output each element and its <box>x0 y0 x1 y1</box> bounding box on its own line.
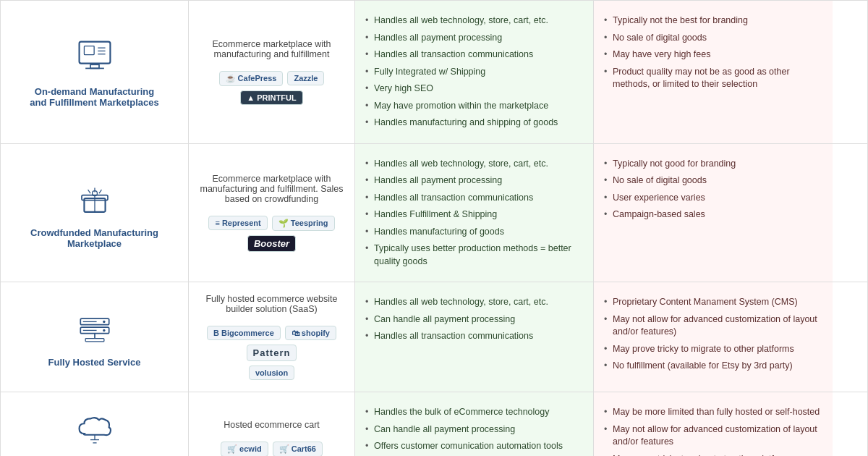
pro-item: Handles manufacturing of goods <box>365 224 583 241</box>
pro-item: Handles all transaction communications <box>365 328 583 345</box>
type-cell-cloud-cart: Cloud-based Cart <box>1 392 189 456</box>
pros-list-cloud-cart: Handles the bulk of eCommerce technology… <box>365 404 583 456</box>
con-item: May be more limited than fully hosted or… <box>604 404 822 421</box>
type-name-fully-hosted: Fully Hosted Service <box>48 357 141 368</box>
cloud-icon <box>73 408 116 451</box>
pro-item: Handles all transaction communications <box>365 46 583 64</box>
con-item: Product quality may not be as good as ot… <box>604 64 822 93</box>
logo-printful: ▲ PRINTFUL <box>240 90 302 105</box>
con-item: May not allow for advanced customization… <box>604 421 822 451</box>
pro-item: Handles the bulk of eCommerce technology <box>365 404 583 421</box>
logo-bigcommerce: B Bigcommerce <box>207 326 281 340</box>
pro-item: Handles all web technology, store, cart,… <box>365 156 583 173</box>
con-item: User experience varies <box>604 190 822 207</box>
logos-crowdfunded-2: Booster <box>247 235 296 252</box>
con-item: May have very high fees <box>604 46 822 64</box>
svg-line-11 <box>88 190 90 193</box>
type-name-on-demand: On-demand Manufacturingand Fulfillment M… <box>30 86 158 108</box>
pro-item: Handles all payment processing <box>365 172 583 190</box>
cons-list-fully-hosted: Proprietary Content Manament System (CMS… <box>604 294 822 375</box>
con-item: No sale of digital goods <box>604 30 822 47</box>
pros-list-crowdfunded: Handles all web technology, store, cart,… <box>365 156 583 271</box>
pros-cell-on-demand: Handles all web technology, store, cart,… <box>355 1 594 143</box>
svg-point-16 <box>103 321 105 323</box>
pro-item: Typically uses better production methods… <box>365 240 583 270</box>
logo-represent: ≡ Represent <box>208 216 267 230</box>
cons-cell-crowdfunded: Typically not good for branding No sale … <box>594 144 833 282</box>
description-cell-cloud-cart: Hosted ecommerce cart 🛒 ecwid 🛒 Cart66 <box>189 392 355 456</box>
description-cell-on-demand: Ecommerce marketplace withmanufacturing … <box>189 1 355 143</box>
pro-item: Offers customer comunication automation … <box>365 438 583 455</box>
table-row: On-demand Manufacturingand Fulfillment M… <box>1 1 867 144</box>
logo-teespring: 🌱 Teespring <box>272 216 335 231</box>
pros-cell-fully-hosted: Handles all web technology, store, cart,… <box>355 282 594 392</box>
pros-list-on-demand: Handles all web technology, store, cart,… <box>365 12 583 132</box>
desc-crowdfunded: Ecommerce marketplace withmanufacturing … <box>200 174 343 204</box>
pro-item: Handles all web technology, store, cart,… <box>365 294 583 311</box>
logos-fully-hosted: B Bigcommerce 🛍 shopify Pattern <box>199 326 344 361</box>
desc-fully-hosted: Fully hosted ecommerce websitebuilder so… <box>205 294 337 314</box>
logo-volusion: volusion <box>249 366 294 380</box>
table-row: Crowdfunded ManufacturingMarketplace Eco… <box>1 144 867 283</box>
table-row: Fully Hosted Service Fully hosted ecomme… <box>1 282 867 392</box>
desc-cloud-cart: Hosted ecommerce cart <box>224 420 320 430</box>
logos-on-demand: ☕ CafePress Zazzle <box>219 71 325 86</box>
pro-item: Can handle all payment processing <box>365 421 583 439</box>
cons-cell-fully-hosted: Proprietary Content Manament System (CMS… <box>594 282 833 392</box>
logos-on-demand-2: ▲ PRINTFUL <box>240 90 302 105</box>
con-item: Proprietary Content Manament System (CMS… <box>604 294 822 311</box>
con-item: Campaign-based sales <box>604 206 822 224</box>
con-item: May not allow for advanced customization… <box>604 311 822 341</box>
logo-zazzle: Zazzle <box>287 71 324 85</box>
table-row: Cloud-based Cart Hosted ecommerce cart 🛒… <box>1 392 867 456</box>
logos-crowdfunded: ≡ Represent 🌱 Teespring <box>208 216 334 231</box>
pro-item: Very high SEO <box>365 80 583 98</box>
description-cell-crowdfunded: Ecommerce marketplace withmanufacturing … <box>189 144 355 282</box>
description-cell-fully-hosted: Fully hosted ecommerce websitebuilder so… <box>189 282 355 392</box>
comparison-table: On-demand Manufacturingand Fulfillment M… <box>0 0 868 456</box>
pro-item: Handles manufacturing and shipping of go… <box>365 114 583 132</box>
svg-line-12 <box>99 190 101 193</box>
pro-item: Handles all payment processing <box>365 30 583 47</box>
desc-on-demand: Ecommerce marketplace withmanufacturing … <box>213 39 331 59</box>
logo-booster: Booster <box>247 235 296 252</box>
con-item: Typically not the best for branding <box>604 12 822 30</box>
cons-cell-on-demand: Typically not the best for branding No s… <box>594 1 833 143</box>
cons-list-crowdfunded: Typically not good for branding No sale … <box>604 156 822 224</box>
pro-item: Handles all web technology, store, cart,… <box>365 12 583 30</box>
pro-item: Handles all transaction communications <box>365 190 583 207</box>
crowd-icon <box>73 177 116 220</box>
hosted-icon <box>73 306 116 350</box>
monitor-icon <box>73 35 116 79</box>
pro-item: Can handle all payment processing <box>365 311 583 329</box>
pros-list-fully-hosted: Handles all web technology, store, cart,… <box>365 294 583 345</box>
logo-cart66: 🛒 Cart66 <box>273 442 323 457</box>
cons-list-on-demand: Typically not the best for branding No s… <box>604 12 822 93</box>
con-item: May prove tricky to migrate to other pla… <box>604 341 822 358</box>
logo-cafepress: ☕ CafePress <box>219 71 284 86</box>
logo-pattern: Pattern <box>247 345 297 361</box>
con-item: May prove tricky to migrate to other pla… <box>604 451 822 457</box>
con-item: No fulfillment (available for Etsy by 3r… <box>604 358 822 375</box>
pro-item: Fully Integrated w/ Shipping <box>365 64 583 81</box>
con-item: Typically not good for branding <box>604 156 822 173</box>
type-name-crowdfunded: Crowdfunded ManufacturingMarketplace <box>30 227 158 249</box>
cons-cell-cloud-cart: May be more limited than fully hosted or… <box>594 392 833 456</box>
con-item: No sale of digital goods <box>604 172 822 190</box>
svg-rect-21 <box>85 339 104 342</box>
logos-cloud-cart: 🛒 ecwid 🛒 Cart66 <box>221 442 323 457</box>
pro-item: Handles Fulfillment & Shipping <box>365 206 583 224</box>
svg-rect-3 <box>84 46 94 55</box>
type-cell-on-demand: On-demand Manufacturingand Fulfillment M… <box>1 1 189 143</box>
cons-list-cloud-cart: May be more limited than fully hosted or… <box>604 404 822 456</box>
pros-cell-crowdfunded: Handles all web technology, store, cart,… <box>355 144 594 282</box>
logos-fully-hosted-2: volusion <box>249 366 294 380</box>
pros-cell-cloud-cart: Handles the bulk of eCommerce technology… <box>355 392 594 456</box>
pro-item: May have promotion within the marketplac… <box>365 98 583 115</box>
type-cell-fully-hosted: Fully Hosted Service <box>1 282 189 392</box>
type-cell-crowdfunded: Crowdfunded ManufacturingMarketplace <box>1 144 189 282</box>
logo-shopify: 🛍 shopify <box>285 326 336 340</box>
logo-ecwid: 🛒 ecwid <box>221 442 268 457</box>
svg-point-17 <box>103 329 105 332</box>
